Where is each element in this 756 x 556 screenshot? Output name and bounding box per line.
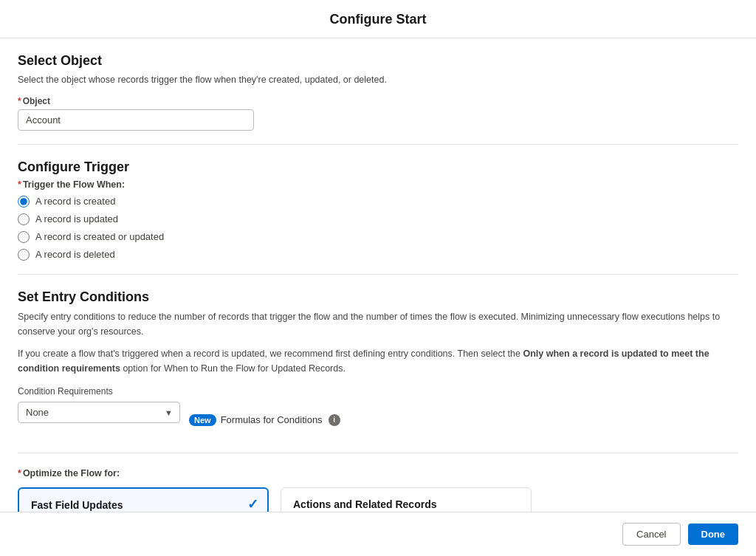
cancel-button[interactable]: Cancel xyxy=(622,523,680,546)
object-field-label: *Object xyxy=(18,96,738,106)
configure-trigger-section: Configure Trigger *Trigger the Flow When… xyxy=(18,145,738,275)
page-title: Configure Start xyxy=(0,12,756,27)
radio-deleted[interactable] xyxy=(18,249,30,261)
radio-option-created-updated[interactable]: A record is created or updated xyxy=(18,231,738,243)
page-header: Configure Start xyxy=(0,0,756,38)
trigger-flow-when-label: *Trigger the Flow When: xyxy=(18,179,738,190)
entry-conditions-description: Specify entry conditions to reduce the n… xyxy=(18,309,738,339)
page-content: Select Object Select the object whose re… xyxy=(0,38,756,556)
radio-updated-label: A record is updated xyxy=(35,213,118,224)
condition-requirements-label: Condition Requirements xyxy=(18,386,738,397)
done-button[interactable]: Done xyxy=(688,524,739,545)
select-object-title: Select Object xyxy=(18,53,738,69)
radio-created-updated-label: A record is created or updated xyxy=(35,231,164,242)
radio-created-updated[interactable] xyxy=(18,231,30,243)
formulas-for-conditions-label: Formulas for Conditions xyxy=(221,414,323,425)
entry-conditions-note: If you create a flow that's triggered wh… xyxy=(18,346,738,376)
radio-option-created[interactable]: A record is created xyxy=(18,196,738,207)
fast-field-updates-title: Fast Field Updates xyxy=(31,499,255,511)
condition-requirements-group: Condition Requirements None All Conditio… xyxy=(18,386,738,439)
radio-created[interactable] xyxy=(18,196,30,207)
required-indicator-trigger: * xyxy=(18,179,21,190)
actions-related-records-title: Actions and Related Records xyxy=(293,498,519,510)
note-prefix: If you create a flow that's triggered wh… xyxy=(18,349,523,359)
checkmark-icon: ✓ xyxy=(247,496,258,512)
info-icon[interactable]: i xyxy=(329,414,340,426)
optimize-label: *Optimize the Flow for: xyxy=(18,468,738,478)
entry-conditions-section: Set Entry Conditions Specify entry condi… xyxy=(18,275,738,453)
condition-row: None All Conditions Are Met (AND) Any Co… xyxy=(18,399,738,426)
new-badge: New xyxy=(189,414,216,426)
configure-trigger-title: Configure Trigger xyxy=(18,159,738,175)
radio-created-label: A record is created xyxy=(35,196,115,207)
object-input[interactable] xyxy=(18,109,254,131)
note-suffix: option for When to Run the Flow for Upda… xyxy=(120,363,346,374)
required-indicator: * xyxy=(18,96,21,106)
radio-option-updated[interactable]: A record is updated xyxy=(18,213,738,225)
footer: Cancel Done xyxy=(0,512,756,556)
select-object-description: Select the object whose records trigger … xyxy=(18,73,738,87)
radio-updated[interactable] xyxy=(18,213,30,225)
condition-select-wrapper: None All Conditions Are Met (AND) Any Co… xyxy=(18,402,180,423)
entry-conditions-title: Set Entry Conditions xyxy=(18,289,738,305)
trigger-radio-group: A record is created A record is updated … xyxy=(18,196,738,261)
condition-requirements-select[interactable]: None All Conditions Are Met (AND) Any Co… xyxy=(18,402,180,423)
select-object-section: Select Object Select the object whose re… xyxy=(18,38,738,145)
radio-option-deleted[interactable]: A record is deleted xyxy=(18,249,738,261)
required-indicator-optimize: * xyxy=(18,468,21,478)
formulas-badge-row: New Formulas for Conditions i xyxy=(189,414,340,426)
radio-deleted-label: A record is deleted xyxy=(35,249,115,260)
